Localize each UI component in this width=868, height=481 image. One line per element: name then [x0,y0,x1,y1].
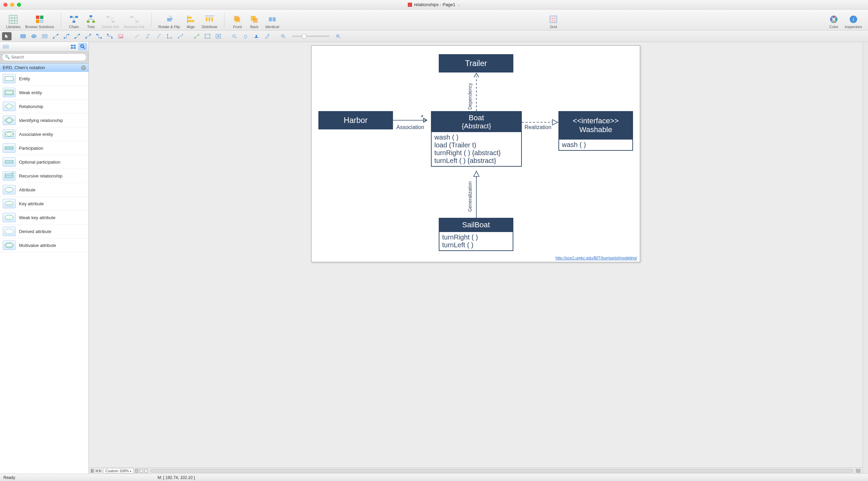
zoom-window-icon[interactable] [17,3,21,7]
svg-rect-14 [92,21,95,23]
canvas-area: Trailer Harbor Boat {Abstract} wash ( )l… [89,42,863,474]
back-button[interactable]: Back [247,14,262,29]
grid-view-icon[interactable] [69,43,78,50]
stamp-tool[interactable] [252,32,261,40]
class-harbor[interactable]: Harbor [318,111,393,129]
connector-tool-2[interactable] [62,32,71,40]
chain-button[interactable]: Chain [66,14,81,29]
grid-button[interactable]: Grid [546,14,561,29]
class-sailboat-head[interactable]: SailBoat [439,218,513,232]
class-washable-head[interactable]: <<interface>> Washable [558,111,633,140]
zoom-in-button[interactable] [334,32,343,40]
line-tool-3[interactable] [154,32,163,40]
library-item[interactable]: Relationship [0,100,88,113]
class-washable-body[interactable]: wash ( ) [558,140,633,151]
line-tool-4[interactable] [165,32,174,40]
library-item[interactable]: Optional participation [0,155,88,169]
align-button[interactable]: Align [183,14,198,29]
rotate-flip-button[interactable]: Rotate & Flip [157,14,181,29]
library-item[interactable]: Recursive relationship [0,169,88,183]
close-library-icon[interactable]: × [81,65,86,70]
svg-point-43 [830,18,832,20]
library-item[interactable]: Key attribute [0,197,88,211]
svg-rect-46 [21,35,25,38]
browse-solutions-button[interactable]: Browse Solutions [24,14,55,29]
svg-rect-53 [64,37,65,39]
line-tool-5[interactable] [176,32,185,40]
zoom-slider[interactable] [292,36,330,37]
color-button[interactable]: Color [826,14,841,29]
eyedropper-tool[interactable] [262,32,272,40]
pan-tool[interactable] [241,32,250,40]
library-header[interactable]: ERD, Chen's notation × [0,63,88,72]
front-button[interactable]: Front [230,14,245,29]
connector-tool-4[interactable] [83,32,93,40]
window-title[interactable]: relationships - Page1 ⌄ [408,2,460,7]
next-page-icon[interactable]: ▶ [99,468,102,473]
class-boat-head[interactable]: Boat {Abstract} [431,111,522,132]
connector-tool-3[interactable] [73,32,82,40]
inspectors-button[interactable]: iInspectors [843,14,863,29]
prev-page-icon[interactable]: ◀ [95,468,98,473]
class-trailer[interactable]: Trailer [439,54,513,72]
library-item[interactable]: Associative entity [0,127,88,141]
tree-button[interactable]: Tree [83,14,98,29]
svg-rect-32 [269,17,272,21]
vertical-scrollbar[interactable] [863,42,868,474]
library-item[interactable]: Attribute [0,183,88,197]
main-toolbar: Libraries Browse Solutions Chain Tree De… [0,9,868,30]
connector-tool-6[interactable] [105,32,115,40]
toggle-3[interactable] [144,469,148,473]
diagram-page[interactable]: Trailer Harbor Boat {Abstract} wash ( )l… [311,45,640,262]
connector-dependency[interactable] [473,72,480,111]
corner-icon[interactable] [856,469,861,473]
zoom-slider-thumb[interactable] [302,34,307,39]
edit-tool-3[interactable] [214,32,223,40]
edit-tool-2[interactable] [203,32,212,40]
libraries-button[interactable]: Libraries [5,14,22,29]
svg-point-99 [81,45,83,47]
toggle-2[interactable] [140,469,143,473]
connector-association[interactable] [393,117,431,124]
edit-tool-1[interactable] [192,32,201,40]
pointer-tool[interactable] [2,32,12,40]
image-tool[interactable] [116,32,125,40]
sidebar-toggle-icon[interactable] [1,43,10,50]
connector-generalization[interactable] [473,170,480,218]
svg-point-121 [6,244,13,247]
library-item[interactable]: Participation [0,141,88,155]
h-scrollbar[interactable] [151,469,853,473]
search-input[interactable] [2,54,86,61]
library-item[interactable]: Multivalue attribute [0,238,88,252]
library-item[interactable]: Weak key attribute [0,211,88,225]
close-window-icon[interactable] [3,3,7,7]
rect-tool[interactable] [18,32,28,40]
minimize-window-icon[interactable] [10,3,14,7]
search-view-icon[interactable] [78,43,87,50]
canvas-scroll[interactable]: Trailer Harbor Boat {Abstract} wash ( )l… [89,42,863,467]
zoom-combo[interactable]: Custom 108% ▾ [103,468,134,474]
page-control-1[interactable] [91,469,94,473]
tool-toolbar [0,30,868,42]
connector-tool-1[interactable] [51,32,60,40]
source-url-link[interactable]: http://sce2.umkc.edu/BIT/burrise/pl/mode… [555,256,637,260]
svg-point-119 [5,229,13,234]
connector-tool-5[interactable] [94,32,104,40]
library-item[interactable]: Entity [0,72,88,86]
zoom-tool[interactable] [230,32,239,40]
library-item[interactable]: Derived attribute [0,225,88,238]
class-sailboat-body[interactable]: turnRight ( )turnLeft ( ) [439,232,513,251]
library-item[interactable]: Identifying relationship [0,113,88,127]
distribute-button[interactable]: Distribute [200,14,219,29]
text-tool[interactable] [40,32,50,40]
line-tool-2[interactable] [143,32,153,40]
library-item[interactable]: Weak entity [0,86,88,100]
library-item-label: Entity [19,76,30,81]
zoom-out-button[interactable] [279,32,288,40]
line-tool-1[interactable] [132,32,142,40]
ellipse-tool[interactable] [29,32,39,40]
toggle-1[interactable] [135,469,138,473]
class-boat-body[interactable]: wash ( )load (Trailer t)turnRight ( ) {a… [431,132,522,167]
chevron-down-icon[interactable]: ⌄ [457,3,460,6]
identical-button[interactable]: Identical [264,14,280,29]
